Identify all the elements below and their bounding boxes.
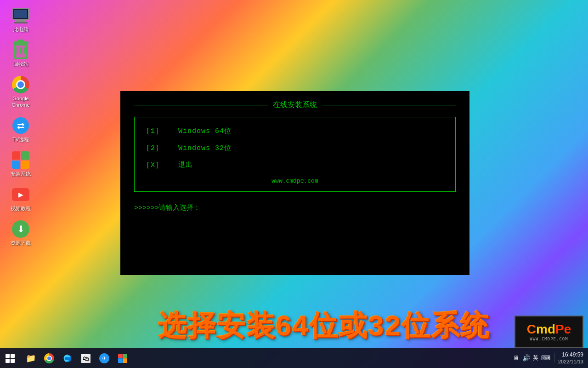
download-icon: ⬇ <box>11 220 30 238</box>
taskbar-edge[interactable] <box>59 350 76 367</box>
desktop-icons-area: 此电脑 回收站 Google Chrome <box>0 0 41 345</box>
bottom-instruction-text: 选择安装64位或32位系统 <box>158 310 490 341</box>
input-mode-icon: ⌨ <box>541 354 550 362</box>
recycle-icon <box>11 41 30 59</box>
desktop-icon-youtube[interactable]: 视频教程 <box>2 184 39 213</box>
cmd-title-area: 在线安装系统 <box>134 100 456 110</box>
desktop-icon-install[interactable]: 安装系统 <box>2 149 39 179</box>
menu-dashed-line <box>147 117 317 117</box>
cmdpe-logo: CmdPe WWW.CMDPE.COM <box>514 316 583 348</box>
install-icon <box>11 151 30 169</box>
tv-label: TV远程 <box>12 137 29 143</box>
ms-store-icon <box>118 354 127 363</box>
chrome-taskbar-icon <box>44 353 54 363</box>
telegram-icon: ✈ <box>99 353 109 363</box>
desktop-icon-this-pc[interactable]: 此电脑 <box>2 5 39 34</box>
taskbar-store[interactable]: 🛍 <box>77 350 95 367</box>
cmd-url: www.cmdpe.com <box>271 178 318 184</box>
title-dashes-right <box>322 105 456 105</box>
cmdpe-url: WWW.CMDPE.COM <box>530 337 568 341</box>
taskbar-telegram[interactable]: ✈ <box>96 350 113 367</box>
this-pc-label: 此电脑 <box>13 27 28 33</box>
menu-item-1[interactable]: [1] Windows 64位 <box>146 126 444 135</box>
chrome-label: Google Chrome <box>4 96 37 108</box>
bottom-text-area: 选择安装64位或32位系统 <box>115 306 533 345</box>
cmdpe-logo-text: CmdPe <box>527 322 571 337</box>
title-dashes-left <box>134 105 268 105</box>
taskbar-ms-store[interactable] <box>114 350 131 367</box>
taskbar-file-explorer[interactable]: 📁 <box>22 350 40 367</box>
recycle-bin-label: 回收站 <box>13 61 28 67</box>
desktop-icon-tv[interactable]: ⇄ TV远程 <box>2 115 39 144</box>
install-label: 安装系统 <box>11 171 31 177</box>
clock-time: 16:49:59 <box>558 351 583 359</box>
cmd-prompt[interactable]: >>>>>>请输入选择： <box>134 203 456 212</box>
cmd-menu-box: [1] Windows 64位 [2] Windows 32位 [X] 退出 w… <box>134 117 456 192</box>
start-icon <box>6 354 15 363</box>
network-icon: 🖥 <box>513 354 520 362</box>
desktop-icon-recycle-bin[interactable]: 回收站 <box>2 39 39 69</box>
clock-date: 2022/11/13 <box>558 358 583 365</box>
system-tray: 🖥 🔊 英 ⌨ <box>513 354 550 362</box>
cmd-title: 在线安装系统 <box>273 100 317 110</box>
start-button[interactable] <box>0 348 20 368</box>
store-icon: 🛍 <box>81 354 90 363</box>
tv-icon: ⇄ <box>11 116 30 135</box>
folder-icon: 📁 <box>26 353 36 363</box>
pc-icon <box>11 6 30 25</box>
taskbar-divider <box>554 353 554 362</box>
taskbar-chrome[interactable] <box>40 350 58 367</box>
cmd-window: 在线安装系统 [1] Windows 64位 [2] Windows 32位 [… <box>120 91 469 275</box>
language-indicator: 英 <box>533 354 538 362</box>
download-label: 资源下载 <box>11 240 31 246</box>
edge-icon <box>63 354 72 363</box>
taskbar-right-area: 🖥 🔊 英 ⌨ 16:49:59 2022/11/13 <box>513 351 588 365</box>
menu-item-2[interactable]: [2] Windows 32位 <box>146 144 444 152</box>
cmd-bottom-line: www.cmdpe.com <box>146 178 444 184</box>
volume-icon: 🔊 <box>522 354 530 362</box>
taskbar: 📁 🛍 ✈ 🖥 🔊 <box>0 348 588 368</box>
desktop-icon-download[interactable]: ⬇ 资源下载 <box>2 218 39 248</box>
menu-item-x[interactable]: [X] 退出 <box>146 161 444 169</box>
youtube-icon <box>11 185 30 204</box>
youtube-label: 视频教程 <box>11 206 31 212</box>
taskbar-pinned-apps: 📁 🛍 ✈ <box>22 350 131 367</box>
chrome-icon <box>11 75 30 94</box>
desktop-icon-chrome[interactable]: Google Chrome <box>2 74 39 109</box>
taskbar-clock: 16:49:59 2022/11/13 <box>558 351 583 365</box>
